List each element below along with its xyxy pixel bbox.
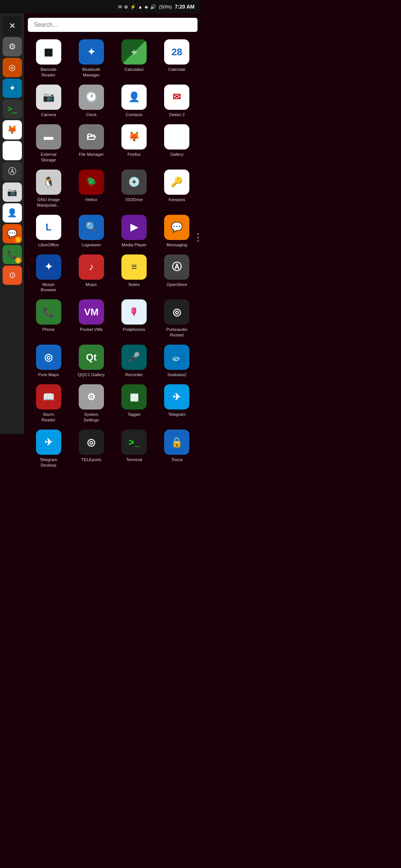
firefox-icon: 🦊 xyxy=(121,124,147,149)
dock-item-terminal[interactable]: >_ xyxy=(3,99,22,119)
app-item-telegram[interactable]: ✈Telegram xyxy=(156,382,198,425)
phone-label: Phone xyxy=(42,327,55,332)
app-item-helico[interactable]: 🪲Helico xyxy=(71,167,112,210)
dock-item-contacts[interactable]: 👤 xyxy=(3,203,22,223)
media-player-icon: ▶ xyxy=(121,215,147,240)
telegram-label: Telegram xyxy=(168,412,186,417)
barcode-reader-icon: ▦ xyxy=(36,39,61,65)
app-item-pulseaudio-restart[interactable]: ◎Pulseaudio Restart xyxy=(156,297,198,340)
bluetooth-icon: ⚡ xyxy=(130,4,136,10)
qqc2-gallery-label: QQC2 Gallery xyxy=(78,372,105,378)
app-item-clock[interactable]: 🕐Clock xyxy=(71,82,112,120)
calendar-label: Calendar xyxy=(168,67,186,72)
dock-item-camera[interactable]: 📷 xyxy=(3,183,22,202)
app-item-isodrive[interactable]: 💿ISODrive xyxy=(114,167,155,210)
status-icons: ✉ ⊕ ⚡ ▲ ◈ 🔊 xyxy=(118,4,156,10)
teleports-label: TELEports xyxy=(81,457,101,463)
dock-item-phone[interactable]: 📞2 xyxy=(3,245,22,264)
firefox-icon: 🦊 xyxy=(7,125,17,135)
app-item-qqc2-gallery[interactable]: QtQQC2 Gallery xyxy=(71,342,112,380)
app-item-barcode-reader[interactable]: ▦Barcode Reader xyxy=(28,37,69,80)
music-label: Music xyxy=(86,282,97,287)
file-manager-label: File Manager xyxy=(79,152,104,157)
telegram-desktop-label: Telegram Desktop xyxy=(40,457,57,468)
app-item-calculator[interactable]: ÷Calculator xyxy=(114,37,155,80)
recorder-icon: 🎤 xyxy=(121,345,147,370)
search-input[interactable] xyxy=(28,18,198,32)
dock-item-firefox[interactable]: 🦊 xyxy=(3,120,22,139)
external-storage-label: External Storage xyxy=(41,152,56,163)
dock-item-x-icon[interactable]: ✕ xyxy=(3,16,22,36)
gallery-label: Gallery xyxy=(170,152,183,157)
pure-maps-label: Pure Maps xyxy=(38,372,59,378)
app-item-notes[interactable]: ≡Notes xyxy=(114,252,155,295)
app-item-external-storage[interactable]: ▬External Storage xyxy=(28,122,69,165)
dock-item-settings[interactable]: ⚙ xyxy=(3,37,22,56)
app-item-tagger[interactable]: ▦Tagger xyxy=(114,382,155,425)
app-item-keepass[interactable]: 🔑Keepass xyxy=(156,167,198,210)
app-item-sturm-reader[interactable]: 📖Sturm Reader xyxy=(28,382,69,425)
app-item-system-settings[interactable]: ⚙System Settings xyxy=(71,382,112,425)
scroll-dot xyxy=(197,240,199,241)
recorder-label: Recorder xyxy=(125,372,143,378)
app-item-morph-browser[interactable]: ✦Morph Browser xyxy=(28,252,69,295)
app-item-gallery[interactable]: 🖼Gallery xyxy=(156,122,198,165)
tagger-label: Tagger xyxy=(128,412,141,417)
gallery-icon: 🖼 xyxy=(164,124,189,149)
dock-item-feather[interactable]: ✦ xyxy=(3,79,22,98)
app-item-messaging[interactable]: 💬Messaging xyxy=(156,213,198,250)
app-item-seabass2[interactable]: 🐟Seabass2 xyxy=(156,342,198,380)
barcode-reader-label: Barcode Reader xyxy=(40,67,56,78)
app-item-music[interactable]: ♪Music xyxy=(71,252,112,295)
app-item-contacts[interactable]: 👤Contacts xyxy=(114,82,155,120)
app-item-calendar[interactable]: 28Calendar xyxy=(156,37,198,80)
app-item-telegram-desktop[interactable]: ✈Telegram Desktop xyxy=(28,427,69,470)
dock-item-orange-app[interactable]: ◎ xyxy=(3,58,22,77)
x-icon-icon: ✕ xyxy=(9,21,16,31)
notes-label: Notes xyxy=(128,282,140,287)
morph-browser-label: Morph Browser xyxy=(41,282,56,293)
dock-item-gallery[interactable]: 🖼 xyxy=(3,141,22,160)
dock-item-astore[interactable]: Ⓐ xyxy=(3,162,22,181)
messaging-icon: 💬 xyxy=(7,229,17,239)
app-item-gimp[interactable]: 🐧GNU Image Manipulati... xyxy=(28,167,69,210)
app-item-pure-maps[interactable]: ◎Pure Maps xyxy=(28,342,69,380)
app-item-openstore[interactable]: ⒶOpenStore xyxy=(156,252,198,295)
app-item-dekko2[interactable]: ✉Dekko 2 xyxy=(156,82,198,120)
orange-app-icon: ◎ xyxy=(9,63,16,72)
app-item-phone[interactable]: 📞Phone xyxy=(28,297,69,340)
app-item-pocket-vms[interactable]: VMPocket VMs xyxy=(71,297,112,340)
scroll-indicator xyxy=(197,233,199,241)
app-item-firefox[interactable]: 🦊Firefox xyxy=(114,122,155,165)
tagger-icon: ▦ xyxy=(121,384,147,410)
terminal-icon: >_ xyxy=(7,104,17,114)
sturm-reader-label: Sturm Reader xyxy=(42,412,56,423)
toxza-label: Toxza xyxy=(171,457,182,463)
openstore-icon: Ⓐ xyxy=(164,254,189,280)
helico-label: Helico xyxy=(85,197,97,203)
app-item-camera[interactable]: 📷Camera xyxy=(28,82,69,120)
app-item-bluetooth-manager[interactable]: ✦Bluetooth Manager xyxy=(71,37,112,80)
app-item-podphoenix[interactable]: 🎙Podphoenix xyxy=(114,297,155,340)
calculator-icon: ÷ xyxy=(121,39,147,65)
app-item-media-player[interactable]: ▶Media Player xyxy=(114,213,155,250)
podphoenix-icon: 🎙 xyxy=(121,299,147,325)
openstore-label: OpenStore xyxy=(167,282,188,287)
pulseaudio-restart-icon: ◎ xyxy=(164,299,189,325)
app-item-teleports[interactable]: ◎TELEports xyxy=(71,427,112,470)
gallery-icon: 🖼 xyxy=(8,146,16,155)
time-display: 7:20 AM xyxy=(175,4,195,10)
app-item-libreoffice[interactable]: LLibreOffice xyxy=(28,213,69,250)
app-item-file-manager[interactable]: 🗁File Manager xyxy=(71,122,112,165)
gimp-label: GNU Image Manipulati... xyxy=(37,197,60,208)
app-item-terminal[interactable]: >_Terminal xyxy=(114,427,155,470)
telegram-icon: ✈ xyxy=(164,384,189,410)
app-item-toxza[interactable]: 🔒Toxza xyxy=(156,427,198,470)
dock-item-ubuntu[interactable]: ⊙ xyxy=(3,266,22,285)
app-item-logviewer[interactable]: 🔍Logviewer xyxy=(71,213,112,250)
app-item-recorder[interactable]: 🎤Recorder xyxy=(114,342,155,380)
dock-item-messaging[interactable]: 💬1 xyxy=(3,224,22,243)
bluetooth-manager-label: Bluetooth Manager xyxy=(82,67,101,78)
contacts-icon: 👤 xyxy=(121,85,147,110)
keepass-label: Keepass xyxy=(169,197,185,203)
